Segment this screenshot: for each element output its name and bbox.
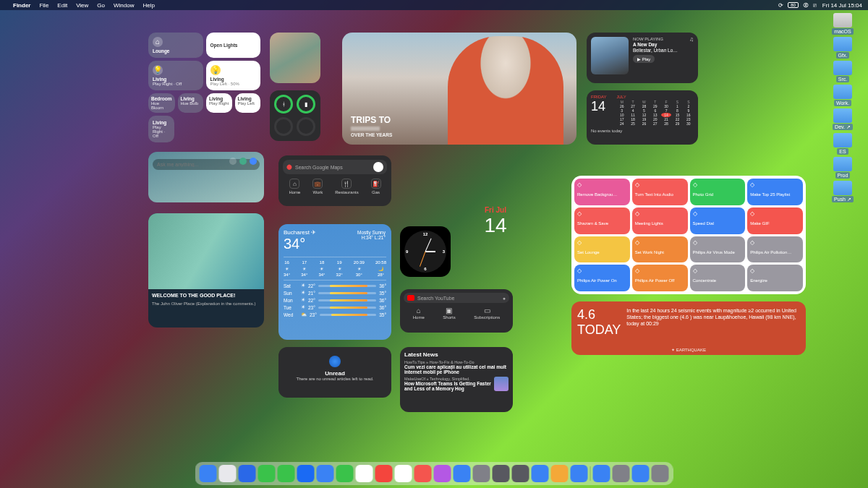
maps-shortcut[interactable]: 💼Work — [312, 179, 323, 194]
date-widget[interactable]: Fri Jul 14 — [474, 206, 517, 237]
shortcut-tile[interactable]: ◇Turn Text Into Audio — [632, 179, 688, 205]
desktop-folder[interactable]: ES — [822, 133, 864, 154]
desktop-folder[interactable]: Src. — [822, 61, 864, 82]
shortcut-tile[interactable]: ◇Meeting Lights — [632, 207, 688, 234]
home-tile-play-right[interactable]: 💡LivingPlay Right · Off — [148, 61, 203, 90]
youtube-shortcut[interactable]: ▭Subscriptions — [474, 307, 500, 320]
dock-app[interactable] — [454, 465, 471, 482]
dock-app[interactable] — [532, 465, 549, 482]
video-widget[interactable]: WELCOME TO THE GOOD PLACE! The John Oliv… — [148, 213, 264, 328]
maps-search[interactable]: ⬤Search Google Maps — [283, 160, 387, 174]
youtube-shortcut[interactable]: ⌂Home — [413, 307, 425, 320]
news-item[interactable]: Cum vezi care aplicații au utilizat cel … — [404, 364, 509, 374]
shortcut-tile[interactable]: ◇Shazam & Save — [574, 207, 630, 234]
wifi-icon[interactable]: ⦿ — [803, 2, 809, 9]
maps-shortcut[interactable]: ⛽Gas — [371, 179, 381, 194]
home-tile[interactable]: BedroomHue Bloom — [148, 93, 175, 113]
youtube-widget[interactable]: Search YouTube● ⌂Home▣Shorts▭Subscriptio… — [400, 289, 513, 333]
dock-app[interactable] — [395, 465, 412, 482]
desktop-folder[interactable]: Dev. ↗ — [822, 108, 864, 130]
home-tile[interactable]: LivingHue Bulb — [178, 93, 203, 113]
dock-app[interactable] — [317, 465, 334, 482]
mic-icon[interactable] — [239, 158, 247, 165]
desktop-folder[interactable]: Work. — [822, 85, 864, 106]
dock-app[interactable] — [593, 465, 610, 482]
photos-memories-widget[interactable]: TRIPS TO OVER THE YEARS — [342, 33, 576, 145]
shortcut-tile[interactable]: ◇Make GIF — [747, 207, 803, 234]
shortcut-tile[interactable]: ◇Energize — [747, 265, 803, 291]
earthquake-widget[interactable]: 4.6TODAY In the last 24 hours 24 seismic… — [571, 301, 806, 355]
battery-widget[interactable]: ᚼ ▮ — [270, 90, 320, 141]
dock-app[interactable] — [613, 465, 630, 482]
menu-window[interactable]: Window — [114, 2, 134, 9]
calendar-widget[interactable]: FRIDAY14 JULY MTWTFSS 262728293012345678… — [587, 90, 698, 145]
shortcut-tile[interactable]: ◇Make Top 25 Playlist — [747, 179, 803, 205]
home-tile-open-lights[interactable]: Open Lights — [206, 33, 261, 58]
dock-app[interactable] — [375, 465, 393, 482]
youtube-shortcut[interactable]: ▣Shorts — [443, 307, 455, 320]
shortcut-tile[interactable]: ◇Philips Air Pollution… — [747, 236, 803, 263]
dock-app[interactable] — [652, 465, 669, 482]
status-icons[interactable]: ⟳ 80 ⦿ ⎚ — [778, 2, 817, 9]
news-item[interactable]: How Microsoft Teams Is Getting Faster an… — [404, 381, 491, 391]
camera-icon[interactable] — [229, 158, 237, 165]
bing-widget[interactable] — [148, 152, 264, 202]
app-menu[interactable]: Finder — [13, 2, 30, 9]
dock-app[interactable] — [493, 465, 510, 482]
incognito-icon[interactable] — [373, 162, 383, 172]
sync-icon[interactable]: ⟳ — [778, 2, 783, 9]
dock-app[interactable] — [297, 465, 315, 482]
menu-file[interactable]: File — [39, 2, 48, 9]
battery-icon[interactable]: 80 — [788, 2, 799, 8]
dock-app[interactable] — [512, 465, 529, 482]
dock-app[interactable] — [219, 465, 237, 482]
dock-app[interactable] — [571, 465, 588, 482]
unread-widget[interactable]: Unread There are no unread articles left… — [278, 347, 391, 398]
search-icon[interactable] — [250, 158, 257, 165]
dock-app[interactable] — [239, 465, 256, 482]
home-tile[interactable]: LivingPlay Left — [235, 93, 260, 113]
clock-menubar[interactable]: Fri 14 Jul 15:04 — [822, 2, 862, 9]
shortcut-tile[interactable]: ◇Photo Grid — [690, 179, 746, 205]
desktop-drive[interactable]: macOS — [822, 13, 864, 34]
mic-icon[interactable]: ● — [503, 296, 506, 301]
menu-help[interactable]: Help — [142, 2, 154, 9]
dock-app[interactable] — [551, 465, 569, 482]
maps-shortcut[interactable]: ⌂Home — [289, 179, 300, 194]
dock-app[interactable] — [278, 465, 295, 482]
desktop-folder[interactable]: Prod — [822, 157, 864, 178]
play-button[interactable]: ▶ Play — [633, 55, 655, 63]
desktop-folder[interactable]: Gfx. — [822, 37, 864, 58]
shortcut-tile[interactable]: ◇Speed Dial — [690, 207, 746, 234]
dock-app[interactable] — [434, 465, 451, 482]
dock-app[interactable] — [632, 465, 650, 482]
shortcut-tile[interactable]: ◇Philips Air Virus Mode — [690, 236, 746, 263]
menu-view[interactable]: View — [76, 2, 88, 9]
dock-app[interactable] — [200, 465, 217, 482]
dock-app[interactable] — [473, 465, 490, 482]
clock-widget[interactable]: 12 6 9 3 — [400, 226, 451, 277]
news-widget[interactable]: Latest News HowTo.Tips » How-To-Fix & Ho… — [400, 347, 513, 412]
youtube-search[interactable]: Search YouTube● — [404, 293, 509, 303]
dock-app[interactable] — [356, 465, 373, 482]
dock-app[interactable] — [414, 465, 432, 482]
music-widget[interactable]: NOW PLAYING A New Day Bellestar, Urban L… — [587, 33, 698, 83]
shortcut-tile[interactable]: ◇Concentrate — [690, 265, 746, 291]
home-tile-play-left[interactable]: 💡LivingPlay Left · 50% — [206, 61, 261, 90]
shortcut-tile[interactable]: ◇Philips Air Power Off — [632, 265, 688, 291]
desktop-folder[interactable]: Push ↗ — [822, 181, 864, 202]
dock-app[interactable] — [336, 465, 354, 482]
weather-widget[interactable]: Bucharest ✈ 34° Mostly SunnyH:34° L:21° … — [278, 224, 391, 340]
shortcut-tile[interactable]: ◇Philips Air Power On — [574, 265, 630, 291]
menu-go[interactable]: Go — [97, 2, 105, 9]
maps-shortcut[interactable]: 🍴Restaurants — [335, 179, 358, 194]
home-tile-lounge[interactable]: ⌂Lounge — [148, 33, 203, 58]
google-maps-widget[interactable]: ⬤Search Google Maps ⌂Home💼Work🍴Restauran… — [278, 155, 391, 206]
shortcut-tile[interactable]: ◇Remove Backgrou… — [574, 179, 630, 205]
control-center-icon[interactable]: ⎚ — [813, 2, 817, 9]
home-tile[interactable]: LivingPlay Right · Off — [148, 116, 174, 142]
shortcut-tile[interactable]: ◇Set Work Night — [632, 236, 688, 263]
dock-app[interactable] — [258, 465, 276, 482]
photo-widget-small[interactable] — [270, 33, 320, 83]
shortcut-tile[interactable]: ◇Set Lounge — [574, 236, 630, 263]
